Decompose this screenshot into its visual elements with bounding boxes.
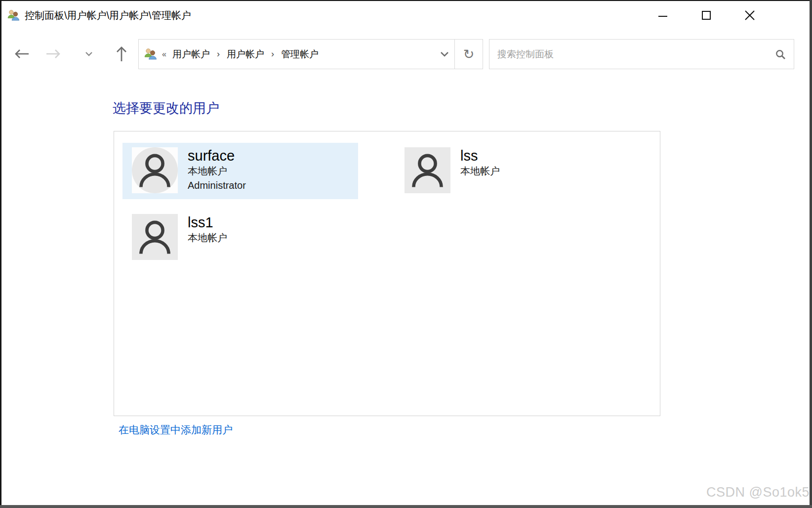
breadcrumb-separator: › bbox=[217, 49, 220, 59]
window-title: 控制面板\用户帐户\用户帐户\管理帐户 bbox=[25, 9, 191, 22]
search-box bbox=[489, 39, 794, 69]
user-name: lss1 bbox=[188, 214, 227, 231]
breadcrumb-item-user-accounts-2[interactable]: 用户帐户 bbox=[226, 48, 265, 61]
user-tile-lss[interactable]: lss 本地帐户 bbox=[395, 143, 631, 199]
address-bar[interactable]: « 用户帐户 › 用户帐户 › 管理帐户 ↻ bbox=[138, 39, 483, 69]
control-panel-window: 控制面板\用户帐户\用户帐户\管理帐户 bbox=[0, 0, 812, 508]
back-button[interactable] bbox=[12, 44, 32, 64]
two-people-icon bbox=[7, 9, 20, 22]
user-name: lss bbox=[460, 148, 500, 164]
user-name: surface bbox=[188, 148, 246, 164]
user-info: lss1 本地帐户 bbox=[188, 214, 227, 245]
page-title: 选择要更改的用户 bbox=[113, 99, 219, 117]
user-tile-lss1[interactable]: lss1 本地帐户 bbox=[122, 210, 358, 266]
user-info: lss 本地帐户 bbox=[460, 147, 500, 178]
user-account-type: 本地帐户 bbox=[460, 164, 500, 178]
up-button[interactable] bbox=[112, 44, 131, 64]
user-role: Administrator bbox=[188, 178, 246, 193]
watermark-text: CSDN @So1ok5 bbox=[706, 485, 810, 500]
add-user-link[interactable]: 在电脑设置中添加新用户 bbox=[119, 423, 233, 437]
maximize-icon bbox=[700, 9, 712, 21]
breadcrumb-item-manage-accounts[interactable]: 管理帐户 bbox=[280, 48, 320, 61]
breadcrumb-overflow-glyph[interactable]: « bbox=[162, 50, 166, 59]
chevron-down-icon bbox=[440, 51, 449, 57]
address-dropdown-button[interactable] bbox=[435, 40, 454, 69]
close-icon bbox=[743, 9, 756, 22]
maximize-button[interactable] bbox=[685, 4, 728, 26]
person-icon bbox=[132, 214, 178, 260]
chevron-down-icon bbox=[85, 51, 93, 56]
magnifier-icon[interactable] bbox=[775, 49, 786, 60]
back-arrow-icon bbox=[14, 49, 30, 59]
recent-locations-button[interactable] bbox=[79, 44, 99, 64]
person-icon bbox=[405, 147, 450, 193]
user-account-type: 本地帐户 bbox=[188, 231, 227, 245]
up-arrow-icon bbox=[116, 45, 127, 62]
user-tile-surface[interactable]: surface 本地帐户 Administrator bbox=[122, 143, 358, 199]
window-border-left bbox=[0, 0, 1, 508]
breadcrumb-item-user-accounts-1[interactable]: 用户帐户 bbox=[171, 48, 211, 61]
person-icon bbox=[132, 147, 178, 193]
search-input[interactable] bbox=[497, 49, 770, 60]
avatar bbox=[132, 214, 178, 260]
user-account-type: 本地帐户 bbox=[188, 164, 246, 178]
forward-button-disabled[interactable] bbox=[43, 44, 63, 64]
window-controls bbox=[641, 4, 771, 26]
close-button[interactable] bbox=[728, 4, 771, 26]
title-bar: 控制面板\用户帐户\用户帐户\管理帐户 bbox=[1, 1, 810, 30]
avatar bbox=[405, 147, 450, 193]
user-list-panel: surface 本地帐户 Administrator lss 本地帐户 bbox=[114, 131, 660, 416]
refresh-icon: ↻ bbox=[463, 46, 475, 62]
minimize-button[interactable] bbox=[641, 4, 685, 26]
two-people-icon bbox=[144, 47, 158, 61]
avatar bbox=[132, 147, 178, 193]
forward-arrow-icon bbox=[45, 49, 61, 59]
window-border-top bbox=[0, 0, 812, 1]
breadcrumb-separator: › bbox=[271, 49, 274, 59]
minimize-icon bbox=[657, 9, 669, 21]
refresh-button[interactable]: ↻ bbox=[455, 40, 483, 69]
window-border-right bbox=[810, 0, 812, 508]
window-border-bottom bbox=[0, 505, 812, 508]
user-info: surface 本地帐户 Administrator bbox=[188, 147, 246, 193]
